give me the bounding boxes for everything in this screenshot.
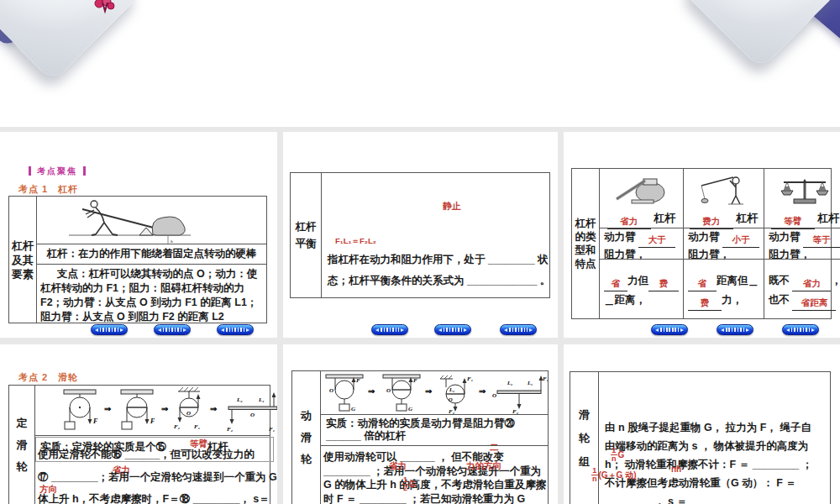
answer-arm: 小于	[732, 234, 749, 244]
svg-text:O: O	[386, 387, 391, 394]
answer-feat: 省力	[803, 278, 821, 288]
page: 考点聚焦 考点 1 杠杆 杠杆 及其 要素	[0, 0, 840, 504]
svg-text:⇒: ⇒	[104, 404, 112, 413]
fixed-pulley-diagram-cell: F ⇒ F ⇒	[35, 386, 270, 436]
nav-button-next[interactable]	[500, 324, 537, 335]
answer-label: 等臂	[784, 216, 801, 226]
arm-prefix: 动力臂	[688, 231, 720, 243]
movable-pulley-row-label: 动 滑 轮	[292, 371, 321, 504]
svg-text:O: O	[250, 412, 255, 418]
svg-text:F₂: F₂	[174, 423, 181, 430]
svg-text:G: G	[408, 406, 412, 412]
feat-text: 也不	[769, 294, 790, 306]
svg-text:F₂: F₂	[227, 426, 234, 433]
answer-feat: 省	[698, 278, 707, 288]
fraction-numerator: 1	[592, 467, 596, 475]
svg-text:h: h	[171, 239, 173, 244]
feat-text: ，	[831, 275, 840, 286]
nav-button-home[interactable]	[717, 324, 753, 335]
feat-text: 距离但＿	[717, 275, 759, 286]
flower-ornament	[91, 0, 119, 14]
arm-prefix: 动力臂	[604, 231, 636, 243]
row-label-line: 的类	[575, 230, 596, 244]
svg-text:F: F	[92, 417, 98, 425]
fraction-denominator: 2	[402, 484, 408, 492]
svg-text:L₁: L₁	[258, 396, 265, 403]
lever-table: 杠杆 及其 要素 h	[8, 196, 267, 323]
slide-pulley-system: 滑 轮 组 由 n 股绳子提起重物 G， 拉力为 F， 绳子自由端移动的距离为 …	[564, 344, 840, 504]
svg-text:L₂: L₂	[449, 386, 454, 392]
row-label-line: 杠杆	[12, 239, 34, 253]
fishing-rod-icon	[696, 172, 750, 206]
label-suffix: 杠杆	[654, 212, 675, 224]
row-label-line: 平衡	[296, 235, 317, 252]
fraction-denominator: n	[591, 475, 598, 483]
types-row-label: 杠杆 的类 型和 特点	[572, 169, 600, 318]
row-label-line: 轮	[579, 427, 590, 450]
fraction-rest: G	[618, 450, 625, 459]
fraction-numerator: 1	[403, 476, 407, 484]
nav-button-next[interactable]	[217, 324, 254, 335]
lever-types-table: 杠杆 的类 型和 特点	[571, 168, 832, 319]
section-title-1: 考点 1 杠杆	[18, 183, 78, 196]
svg-text:F₂: F₂	[449, 408, 455, 414]
balance-row-label: 杠杆 平衡	[291, 173, 322, 297]
nav-button-prev[interactable]	[91, 324, 128, 335]
fixed-pulley-diagram: F ⇒ F ⇒	[57, 386, 277, 435]
row-label-line: 滑	[579, 403, 590, 427]
svg-text:F₂: F₂	[512, 408, 519, 414]
answer-half-g: 12 G	[402, 476, 416, 492]
feat-text: ＿距离，	[604, 291, 679, 308]
balance-text: 指杠杆在动力和阻力作用下，处于 ________ 状态；杠杆平衡条件的关系式为 …	[328, 249, 553, 291]
svg-text:F₁: F₁	[194, 423, 200, 430]
answer-f-no-friction: 1n G	[611, 447, 624, 463]
row-label-line: 滑	[17, 434, 28, 456]
row-label-line: 杠杆	[575, 217, 596, 230]
row-label-line: 定	[17, 412, 28, 434]
slide-lever-types: 杠杆 的类 型和 特点	[564, 132, 840, 338]
lever-table-row-label: 杠杆 及其 要素	[9, 197, 37, 323]
nav-button-next[interactable]	[782, 324, 819, 335]
nav-button-prev[interactable]	[651, 324, 688, 335]
answer-feat: 省距离	[801, 297, 828, 307]
ribbon-right	[680, 0, 840, 70]
nav-button-home[interactable]	[154, 324, 191, 335]
svg-text:⇒: ⇒	[161, 404, 169, 413]
feat-text: 力，	[722, 294, 743, 306]
movable-pulley-usage: 使用动滑轮可以 ______ ， 但不能改变 ________ ；若用一个动滑轮…	[323, 450, 547, 504]
answer-s: nh	[671, 465, 681, 474]
svg-text:⇒: ⇒	[425, 386, 433, 396]
svg-text:⇒: ⇒	[368, 386, 375, 396]
answer-feat: 费	[659, 278, 669, 288]
svg-text:F: F	[413, 377, 417, 384]
svg-text:G: G	[351, 406, 355, 412]
label-suffix: 杠杆	[817, 212, 839, 224]
nav-button-home[interactable]	[434, 324, 471, 335]
svg-text:F₁: F₁	[543, 375, 548, 382]
answer-arm: 大于	[648, 234, 665, 244]
answer-feat: 省	[612, 278, 621, 288]
svg-text:F: F	[356, 377, 360, 384]
lever-man-illustration: h	[52, 197, 245, 244]
nav-button-prev[interactable]	[371, 324, 408, 335]
fraction-numerator: 1	[612, 447, 616, 454]
movable-pulley-essence: 实质：动滑轮的实质是动力臂是阻力臂⑳ ______ 倍的杠杆	[321, 415, 548, 446]
fraction-denominator: n	[611, 454, 617, 463]
answer-f-with-pulley-weight: 1n (G＋G 动)	[591, 467, 637, 483]
answer-label: 省力	[620, 216, 638, 226]
answer-feat: 费	[701, 297, 710, 307]
answer-label: 费力	[702, 216, 720, 226]
svg-text:O: O	[449, 396, 453, 402]
svg-text:⇒: ⇒	[479, 386, 486, 396]
row-label-line: 轮	[301, 449, 312, 470]
row-label-line: 滑	[301, 427, 312, 449]
row-label-line: 特点	[575, 257, 596, 270]
row-label-line: 型和	[575, 244, 596, 257]
answer-state: 静止	[443, 200, 461, 213]
lever-definition: 杠杆：在力的作用下能绕着固定点转动的硬棒	[37, 244, 266, 265]
slide-movable-pulley: 动 滑 轮 F O G ⇒	[283, 344, 558, 504]
pulley-system-row-label: 滑 轮 组	[570, 372, 599, 504]
answer-formula: F₁L₁＝F₂L₂	[335, 236, 376, 247]
ribbon-left	[0, 0, 142, 82]
lever-elements-text: 支点：杠杆可以绕其转动的点 O；动力：使杠杆转动的力 F1；阻力：阻碍杠杆转动的…	[40, 267, 264, 324]
